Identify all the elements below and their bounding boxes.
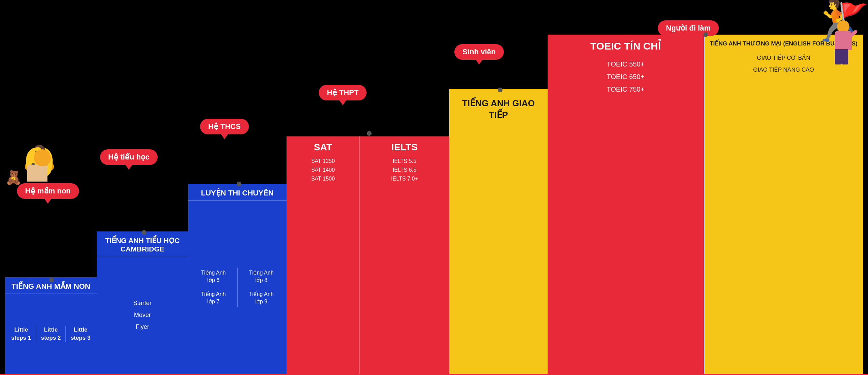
toeic-550: TOEIC 550+ — [607, 60, 644, 68]
toeic-title: TOEIC TÍN CHỈ — [590, 40, 661, 52]
sinh-vien-block: TIẾNG ANH GIAO TIẾP — [449, 89, 548, 374]
little-steps-3: Littlesteps 3 — [66, 326, 95, 342]
thcs-dot — [237, 182, 241, 186]
baby-figure — [27, 149, 47, 182]
thpt-dot — [367, 131, 372, 136]
he-tieu-hoc-label: Hệ tiểu học — [100, 149, 158, 165]
person-body — [833, 20, 853, 64]
flyer-item: Flyer — [136, 323, 149, 331]
tieu-hoc-items: Starter Mover Flyer — [97, 256, 188, 374]
tieu-hoc-block: TIẾNG ANH TIỂU HỌC CAMBRIDGE Starter Mov… — [97, 231, 188, 374]
little-steps-2: Littlesteps 2 — [36, 326, 66, 342]
toeic-section: TOEIC TÍN CHỈ TOEIC 550+ TOEIC 650+ TOEI… — [548, 35, 704, 374]
thpt-block: SAT SAT 1250 SAT 1400 SAT 1500 IELTS IEL… — [287, 136, 449, 374]
starter-item: Starter — [133, 300, 152, 307]
sat-title: SAT — [314, 142, 332, 153]
mover-item: Mover — [134, 312, 151, 319]
sat-1400: SAT 1400 — [311, 167, 335, 173]
sat-1250: SAT 1250 — [311, 158, 335, 164]
tieng-anh-lop-6: Tiếng Anhlớp 6 — [201, 269, 226, 284]
giao-tiep-co-ban: GIAO TIẾP CƠ BẢN — [757, 54, 810, 61]
nguoi-di-lam-label: Người đi làm — [658, 20, 719, 36]
giao-tiep-nang-cao: GIAO TIẾP NÂNG CAO — [753, 66, 814, 73]
tieng-anh-lop-7: Tiếng Anhlớp 7 — [201, 290, 226, 306]
thcs-col-2: Tiếng Anhlớp 8 Tiếng Anhlớp 9 — [237, 268, 285, 307]
sinh-vien-label: Sinh viên — [454, 44, 504, 60]
mam-non-block: TIẾNG ANH MẦM NON Littlesteps 1 Littlest… — [5, 277, 97, 374]
nguoi-di-lam-dot — [703, 32, 708, 37]
ielts-col: IELTS IELTS 5.5 IELTS 6.5 IELTS 7.0+ — [360, 136, 449, 374]
ielts-65: IELTS 6.5 — [393, 167, 416, 173]
he-thpt-label: Hệ THPT — [319, 85, 367, 100]
ielts-55: IELTS 5.5 — [393, 158, 416, 164]
little-steps-1: Littlesteps 1 — [6, 326, 36, 342]
tieu-hoc-dot — [142, 230, 146, 235]
tieng-anh-lop-8: Tiếng Anhlớp 8 — [249, 269, 274, 284]
thcs-title: LUYỆN THI CHUYÊN — [188, 184, 287, 201]
sinh-vien-dot — [498, 88, 502, 92]
he-thcs-label: Hệ THCS — [200, 119, 249, 134]
he-mam-non-label: Hệ mầm non — [17, 183, 79, 199]
toy-blocks: 🧸 — [5, 170, 22, 186]
thcs-subcols: Tiếng Anhlớp 6 Tiếng Anhlớp 7 Tiếng Anhl… — [188, 201, 287, 374]
sat-col: SAT SAT 1250 SAT 1400 SAT 1500 — [287, 136, 360, 374]
tieu-hoc-title: TIẾNG ANH TIỂU HỌC CAMBRIDGE — [97, 231, 188, 256]
mam-non-dot — [49, 278, 54, 282]
thcs-block: LUYỆN THI CHUYÊN Tiếng Anhlớp 6 Tiếng An… — [188, 184, 287, 374]
nguoi-di-lam-block: TOEIC TÍN CHỈ TOEIC 550+ TOEIC 650+ TOEI… — [548, 35, 863, 374]
canvas: TIẾNG ANH MẦM NON Littlesteps 1 Littlest… — [0, 0, 868, 375]
sat-1500: SAT 1500 — [311, 176, 335, 182]
thpt-top: SAT SAT 1250 SAT 1400 SAT 1500 IELTS IEL… — [287, 136, 449, 374]
toeic-650: TOEIC 650+ — [607, 73, 644, 81]
tieng-anh-lop-9: Tiếng Anhlớp 9 — [249, 290, 274, 306]
ielts-title: IELTS — [391, 142, 417, 153]
person-figure-area: 🚩 — [828, 3, 858, 64]
thcs-col-1: Tiếng Anhlớp 6 Tiếng Anhlớp 7 — [190, 268, 237, 307]
toeic-750: TOEIC 750+ — [607, 86, 644, 93]
ielts-70: IELTS 7.0+ — [391, 176, 418, 182]
mam-non-items: Littlesteps 1 Littlesteps 2 Littlesteps … — [5, 294, 97, 374]
tieng-anh-giao-tiep-title: TIẾNG ANH GIAO TIẾP — [449, 94, 548, 124]
business-section: TIẾNG ANH THƯƠNG MẠI (ENGLISH FOR BUSINE… — [704, 35, 863, 374]
